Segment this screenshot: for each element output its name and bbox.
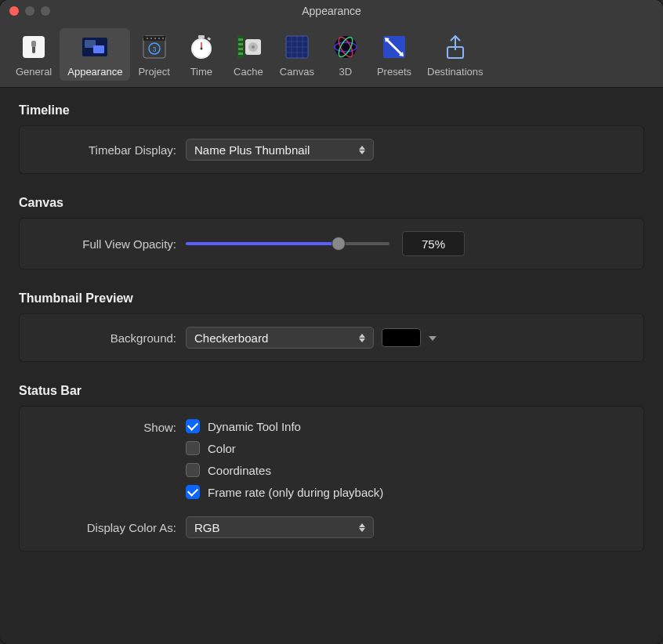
checkbox-label: Dynamic Tool Info [208,420,301,433]
tab-label: Appearance [67,66,122,78]
zoom-button[interactable] [41,6,50,16]
tab-destinations[interactable]: Destinations [419,28,491,81]
tab-label: 3D [339,66,353,78]
svg-rect-17 [207,37,211,41]
opacity-label: Full View Opacity: [35,237,186,251]
checkbox-icon [186,419,200,433]
tab-label: Presets [377,66,411,78]
updown-icon [359,143,368,156]
slider-fill [186,242,339,245]
opacity-value-field[interactable]: 75% [402,231,465,256]
tab-label: Time [190,66,212,78]
checkbox-dynamic-tool-info[interactable]: Dynamic Tool Info [186,419,301,433]
svg-rect-22 [238,38,243,41]
svg-point-10 [154,38,156,39]
minimize-button[interactable] [25,6,34,16]
section-statusbar: Status Bar Show: Dynamic Tool Info Color [19,384,644,552]
select-value: Name Plus Thumbnail [194,143,310,157]
show-label: Show: [35,419,186,434]
updown-icon [359,521,368,534]
svg-marker-52 [359,528,365,532]
general-icon [18,31,49,63]
checkbox-icon [186,485,200,499]
svg-point-9 [150,38,152,39]
checkbox-label: Coordinates [208,464,271,477]
svg-point-12 [162,38,164,39]
svg-text:3: 3 [152,45,156,53]
project-icon: 3 [139,31,170,63]
section-thumbnail: Thumbnail Preview Background: Checkerboa… [19,291,644,362]
svg-rect-24 [238,48,243,50]
checkbox-label: Color [208,442,236,455]
preferences-toolbar: General Appearance 3 Project Time Cache [0,22,663,88]
checkbox-frame-rate[interactable]: Frame rate (only during playback) [186,485,383,499]
checkbox-coordinates[interactable]: Coordinates [186,463,271,477]
tab-label: Canvas [280,66,314,78]
checkbox-label: Frame rate (only during playback) [208,486,383,499]
svg-rect-5 [93,45,104,53]
checkbox-color[interactable]: Color [186,441,236,455]
section-heading: Canvas [19,196,644,210]
content-area: Timeline Timebar Display: Name Plus Thum… [0,88,663,644]
display-color-label: Display Color As: [35,521,186,534]
svg-marker-50 [429,336,437,341]
svg-point-11 [158,38,160,39]
svg-point-20 [200,48,202,50]
tab-label: General [16,66,52,78]
svg-marker-48 [359,334,365,338]
updown-icon [359,331,368,344]
tab-project[interactable]: 3 Project [130,28,177,81]
svg-rect-16 [198,35,205,38]
tab-time[interactable]: Time [178,28,225,81]
tab-cache[interactable]: Cache [225,28,272,81]
tab-3d[interactable]: 3D [322,28,369,81]
tab-label: Project [138,66,169,78]
window-title: Appearance [0,5,663,17]
tab-label: Cache [234,66,263,78]
cache-icon [233,31,264,63]
preferences-window: Appearance General Appearance 3 Project [0,0,663,644]
titlebar: Appearance [0,0,663,22]
tab-presets[interactable]: Presets [369,28,419,81]
background-select[interactable]: Checkerboard [186,327,374,349]
svg-marker-46 [359,146,365,150]
checkbox-icon [186,463,200,477]
3d-icon [330,31,361,63]
select-value: Checkerboard [194,331,268,345]
timebar-display-select[interactable]: Name Plus Thumbnail [186,139,374,161]
opacity-slider[interactable] [186,242,389,245]
section-heading: Timeline [19,103,644,118]
section-canvas: Canvas Full View Opacity: 75% [19,196,644,270]
close-button[interactable] [9,6,19,16]
chevron-down-icon[interactable] [429,333,437,342]
appearance-icon [79,31,110,63]
section-heading: Thumbnail Preview [19,291,644,306]
svg-point-8 [147,38,148,39]
canvas-icon [281,31,313,63]
svg-rect-25 [238,52,243,55]
svg-rect-23 [238,43,243,45]
slider-thumb[interactable] [332,237,346,251]
tab-appearance[interactable]: Appearance [60,28,130,81]
section-timeline: Timeline Timebar Display: Name Plus Thum… [19,103,644,174]
background-color-well[interactable] [382,328,421,347]
section-heading: Status Bar [19,384,644,398]
checkbox-icon [186,441,200,455]
destinations-icon [440,31,471,63]
presets-icon [379,31,410,63]
svg-point-28 [252,45,255,49]
time-icon [186,31,217,63]
svg-marker-47 [359,150,365,154]
svg-marker-49 [359,338,365,342]
tab-label: Destinations [427,66,484,78]
tab-general[interactable]: General [8,28,60,81]
opacity-value: 75% [422,237,445,251]
display-color-select[interactable]: RGB [186,516,374,538]
tab-canvas[interactable]: Canvas [272,28,322,81]
svg-rect-2 [31,41,36,47]
svg-marker-51 [359,523,365,527]
background-label: Background: [35,331,186,345]
select-value: RGB [194,521,220,534]
window-controls [0,6,50,16]
timebar-display-label: Timebar Display: [35,143,186,157]
